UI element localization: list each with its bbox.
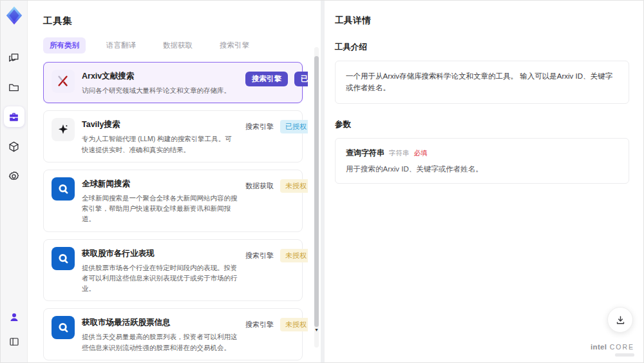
tool-card[interactable]: 获取股市各行业表现 提供股票市场各个行业在特定时间段内的表现。投资者可以利用这些…	[43, 239, 303, 302]
tool-name: Arxiv文献搜索	[82, 71, 238, 82]
rail-item-chat[interactable]	[4, 47, 24, 68]
tool-card[interactable]: 全球新闻搜索 全球新闻搜索是一个聚合全球各大新闻网站内容的搜索引擎，帮助用户快速…	[43, 170, 303, 232]
toolbox-icon	[8, 111, 20, 123]
folder-icon	[8, 81, 20, 93]
tool-name: 全球新闻搜索	[82, 179, 238, 190]
tool-name: Tavily搜索	[82, 119, 238, 130]
tool-intro-box: 一个用于从Arxiv存储库搜索科学论文和文章的工具。 输入可以是Arxiv ID…	[335, 61, 629, 104]
package-icon	[8, 141, 20, 153]
tool-auth-badge[interactable]: 未授权	[280, 179, 308, 193]
panel-toggle-icon	[8, 336, 20, 348]
tool-card-list: Arxiv文献搜索 访问各个研究领域大量科学论文和文章的存储库。 搜索引擎 已授…	[43, 62, 308, 363]
rail-item-settings[interactable]	[4, 166, 24, 186]
tool-category-tag: 搜索引擎	[245, 249, 274, 262]
page-title: 工具集	[43, 15, 308, 27]
rail-item-panel-toggle[interactable]	[4, 331, 24, 352]
arxiv-logo-icon	[52, 70, 75, 93]
tool-name: 获取市场最活跃股票信息	[82, 317, 238, 328]
settings-icon	[8, 170, 20, 182]
tool-category-tag: 数据获取	[245, 179, 274, 193]
left-icon-rail	[1, 1, 28, 362]
user-icon	[8, 311, 20, 323]
brand-word-intel: intel	[591, 343, 607, 351]
chat-icon	[8, 52, 20, 64]
tool-auth-badge[interactable]: 已授权	[280, 120, 308, 133]
tool-auth-badge[interactable]: 未授权	[280, 318, 308, 331]
detail-title: 工具详情	[335, 15, 629, 26]
tool-description: 访问各个研究领域大量科学论文和文章的存储库。	[82, 85, 238, 95]
rail-item-toolbox[interactable]	[4, 106, 24, 127]
tool-description: 提供当天交易量最高的股票列表，投资者可以利用这些信息来识别流动性强的股票和潜在的…	[82, 331, 238, 353]
param-type: 字符串	[389, 149, 410, 158]
tool-auth-badge[interactable]: 已授权	[294, 72, 308, 86]
intro-heading: 工具介绍	[335, 42, 629, 53]
tool-description: 全球新闻搜索是一个聚合全球各大新闻网站内容的搜索引擎，帮助用户快速获取全球最新资…	[82, 193, 238, 224]
tool-category-tag: 搜索引擎	[245, 72, 288, 86]
sparkle-star-icon	[52, 118, 75, 141]
brand-word-core: CORE	[610, 343, 634, 351]
scrollbar-down-arrow-icon[interactable]: ▼	[314, 328, 319, 332]
scrollbar-thumb[interactable]	[314, 56, 319, 327]
app-logo-icon	[5, 6, 24, 25]
tool-name: 获取股市各行业表现	[82, 248, 238, 259]
download-button[interactable]	[607, 307, 633, 333]
tool-card[interactable]: Arxiv文献搜索 访问各个研究领域大量科学论文和文章的存储库。 搜索引擎 已授…	[43, 62, 303, 103]
rail-item-package[interactable]	[4, 136, 24, 157]
download-icon	[615, 315, 626, 326]
tab-category-3[interactable]: 搜索引擎	[213, 37, 256, 54]
param-name: 查询字符串	[346, 148, 384, 159]
param-description: 用于搜索的Arxiv ID、关键字或作者姓名。	[346, 164, 618, 174]
list-scrollbar[interactable]: ▼	[314, 47, 319, 348]
rail-item-folder[interactable]	[4, 77, 24, 97]
news-search-icon	[52, 177, 75, 201]
news-search-icon	[52, 247, 75, 270]
tab-category-1[interactable]: 语言翻译	[100, 37, 142, 54]
brand-underbar	[615, 353, 634, 357]
tool-detail-panel: 工具详情 工具介绍 一个用于从Arxiv存储库搜索科学论文和文章的工具。 输入可…	[325, 1, 643, 362]
category-tabs: 所有类别 语言翻译 数据获取 搜索引擎	[43, 37, 308, 54]
tool-card[interactable]: 获取市场最活跃股票信息 提供当天交易量最高的股票列表，投资者可以利用这些信息来识…	[43, 308, 303, 360]
intel-core-logo: intel CORE	[591, 340, 634, 357]
parameter-box: 查询字符串 字符串 必填 用于搜索的Arxiv ID、关键字或作者姓名。	[335, 138, 629, 184]
tool-category-tag: 搜索引擎	[245, 318, 274, 331]
params-heading: 参数	[335, 119, 629, 130]
tool-description: 专为人工智能代理 (LLM) 构建的搜索引擎工具。可快速提供实时、准确和真实的结…	[82, 133, 238, 155]
tool-card[interactable]: Tavily搜索 专为人工智能代理 (LLM) 构建的搜索引擎工具。可快速提供实…	[43, 110, 303, 162]
news-search-icon	[52, 316, 75, 339]
app-window: 工具集 所有类别 语言翻译 数据获取 搜索引擎 Arxiv文献搜索 访问各个研究…	[0, 0, 644, 363]
tool-description: 提供股票市场各个行业在特定时间段内的表现。投资者可以利用这些信息来识别表现优于或…	[82, 262, 238, 294]
tool-category-tag: 搜索引擎	[245, 120, 274, 133]
tab-all-categories[interactable]: 所有类别	[43, 37, 86, 54]
rail-item-user[interactable]	[4, 307, 24, 328]
tab-category-2[interactable]: 数据获取	[156, 37, 199, 54]
tool-auth-badge[interactable]: 未授权	[280, 249, 308, 262]
param-required-badge: 必填	[414, 149, 428, 158]
tool-list-panel: 工具集 所有类别 语言翻译 数据获取 搜索引擎 Arxiv文献搜索 访问各个研究…	[28, 1, 321, 362]
